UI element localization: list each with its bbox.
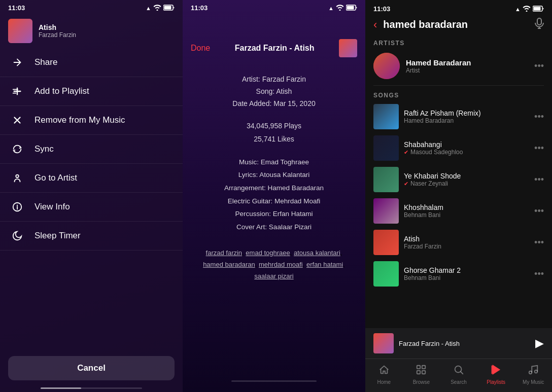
artist-subtitle: Artist: [406, 67, 528, 74]
progress-bar-p1: [41, 387, 142, 389]
menu-item-sleep-timer[interactable]: Sleep Timer: [0, 222, 183, 251]
status-icons-panel2: ▲: [328, 5, 357, 12]
nav-home-label: Home: [377, 379, 391, 385]
search-results-panel: 11:03 ▲ ‹ hamed baradaran ARTISTS Hamed …: [365, 0, 552, 392]
done-button[interactable]: Done: [191, 44, 210, 53]
song-info-1: Shabahangi ✔ Masoud Sadeghloo: [404, 140, 529, 156]
tag-erfan-hatami[interactable]: erfan hatami: [306, 261, 343, 268]
song-more-1[interactable]: •••: [534, 143, 544, 154]
artist-more-button[interactable]: •••: [534, 61, 544, 72]
status-bar-panel3: 11:03 ▲: [365, 0, 552, 15]
menu-item-remove[interactable]: Remove from My Music: [0, 106, 183, 135]
panel2-bottom: [183, 375, 365, 392]
tag-saalaar-pizari[interactable]: saalaar pizari: [254, 272, 293, 280]
remove-icon: [10, 113, 24, 127]
time-panel2: 11:03: [191, 4, 208, 12]
wifi-icon-p3: [523, 6, 531, 13]
song-info-4: Atish Farzad Farzin: [404, 235, 529, 250]
menu-item-view-info[interactable]: View Info: [0, 193, 183, 222]
artist-info: Hamed Baradaran Artist: [406, 58, 528, 74]
battery-icon-p2: [346, 5, 357, 12]
tag-hamed-baradaran[interactable]: hamed baradaran: [203, 261, 255, 268]
song-artist-3: Behnam Bani: [404, 211, 529, 219]
nav-playlists[interactable]: Playlists: [477, 362, 515, 387]
song-info-3: Khoshhalam Behnam Bani: [404, 203, 529, 219]
song-thumb-3: [373, 198, 399, 224]
song-thumb-2: [373, 167, 399, 192]
artist-line: Artist: Farzad Farzin: [191, 74, 357, 86]
add-to-playlist-icon: [10, 84, 24, 98]
song-title-5: Ghorse Ghamar 2: [404, 266, 529, 274]
song-row-3[interactable]: Khoshhalam Behnam Bani •••: [365, 195, 552, 227]
cancel-button[interactable]: Cancel: [8, 356, 175, 380]
artist-row[interactable]: Hamed Baradaran Artist •••: [365, 49, 552, 83]
verified-badge-1: ✔: [404, 149, 408, 156]
song-row-4[interactable]: Atish Farzad Farzin •••: [365, 227, 552, 258]
percussion-credit: Percussion: Erfan Hatami: [191, 207, 357, 221]
now-playing-mini: Atish Farzad Farzin: [0, 14, 183, 48]
status-bar-panel2: 11:03 ▲: [183, 0, 365, 14]
track-stats: 34,045,958 Plays 25,741 Likes: [183, 115, 365, 150]
song-more-2[interactable]: •••: [534, 174, 544, 185]
my-music-icon: [528, 364, 539, 378]
nav-my-music[interactable]: My Music: [514, 362, 552, 387]
panel2-header: Done Farzad Farzin - Atish: [183, 14, 365, 63]
panel2-content: 11:03 ▲ Done Farzad Farzin - Atish Artis…: [183, 0, 365, 392]
plays-count: 34,045,958 Plays: [183, 120, 365, 132]
context-menu-panel: 11:03 ▲ Atish Farzad Farzin: [0, 0, 183, 392]
nav-search[interactable]: Search: [440, 362, 477, 387]
menu-item-go-to-artist[interactable]: Go to Artist: [0, 164, 183, 193]
tag-farzad-farzin[interactable]: farzad farzin: [206, 249, 243, 257]
nav-playlists-label: Playlists: [487, 379, 505, 385]
svg-rect-8: [537, 18, 541, 25]
menu-item-share[interactable]: Share: [0, 48, 183, 77]
svg-rect-11: [417, 371, 420, 374]
arrangement-credit: Arrangement: Hamed Baradaran: [191, 182, 357, 195]
song-row-0[interactable]: Rafti Az Pisham (Remix) Hamed Baradaran …: [365, 101, 552, 132]
tag-emad-toghraee[interactable]: emad toghraee: [246, 249, 290, 257]
song-row-2[interactable]: Ye Khabari Shode ✔ Naser Zeynali •••: [365, 164, 552, 195]
svg-rect-5: [347, 6, 354, 9]
songs-section-label: SONGS: [365, 88, 552, 101]
back-button[interactable]: ‹: [373, 19, 377, 30]
song-info-0: Rafti Az Pisham (Remix) Hamed Baradaran: [404, 109, 529, 124]
menu-item-add-to-playlist[interactable]: Add to Playlist: [0, 77, 183, 106]
svg-rect-7: [534, 7, 541, 10]
song-artist-1: ✔ Masoud Sadeghloo: [404, 149, 529, 156]
song-title-4: Atish: [404, 235, 529, 243]
search-header: ‹ hamed baradaran: [365, 15, 552, 35]
menu-label-add-to-playlist: Add to Playlist: [34, 86, 89, 96]
search-icon: [453, 364, 464, 378]
menu-item-sync[interactable]: Sync: [0, 135, 183, 164]
nav-home[interactable]: Home: [365, 362, 403, 387]
search-query-title: hamed baradaran: [383, 19, 529, 30]
song-more-3[interactable]: •••: [534, 206, 544, 217]
time-panel1: 11:03: [8, 4, 25, 12]
tag-mehrdad-moafi[interactable]: mehrdad moafi: [259, 261, 303, 268]
nav-browse[interactable]: Browse: [403, 362, 440, 387]
svg-rect-10: [422, 366, 425, 369]
cover-art-credit: Cover Art: Saalaar Pizari: [191, 221, 357, 234]
progress-fill-p1: [41, 387, 81, 389]
signal-icon-p2: ▲: [328, 5, 334, 11]
likes-count: 25,741 Likes: [183, 133, 365, 146]
date-added-line: Date Added: Mar 15, 2020: [191, 98, 357, 110]
song-more-0[interactable]: •••: [534, 112, 544, 122]
panel1-content: 11:03 ▲ Atish Farzad Farzin: [0, 0, 183, 392]
song-row-5[interactable]: Ghorse Ghamar 2 Behnam Bani •••: [365, 258, 552, 290]
signal-icon-p3: ▲: [515, 6, 521, 12]
player-thumbnail: [373, 333, 394, 353]
song-more-4[interactable]: •••: [534, 237, 544, 248]
play-button[interactable]: ▶: [535, 337, 544, 350]
track-info-block: Artist: Farzad Farzin Song: Atish Date A…: [183, 63, 365, 115]
song-more-5[interactable]: •••: [534, 269, 544, 279]
home-icon: [378, 364, 390, 378]
song-row-1[interactable]: Shabahangi ✔ Masoud Sadeghloo •••: [365, 132, 552, 164]
music-credit: Music: Emad Toghraee: [191, 156, 357, 169]
artist-avatar: [373, 53, 400, 79]
tag-atousa-kalantari[interactable]: atousa kalantari: [294, 249, 340, 257]
context-menu-list: Share Add to Playlist Remove from My Mus…: [0, 48, 183, 352]
nav-search-label: Search: [451, 379, 467, 385]
microphone-icon[interactable]: [535, 18, 544, 31]
menu-label-share: Share: [34, 57, 57, 67]
